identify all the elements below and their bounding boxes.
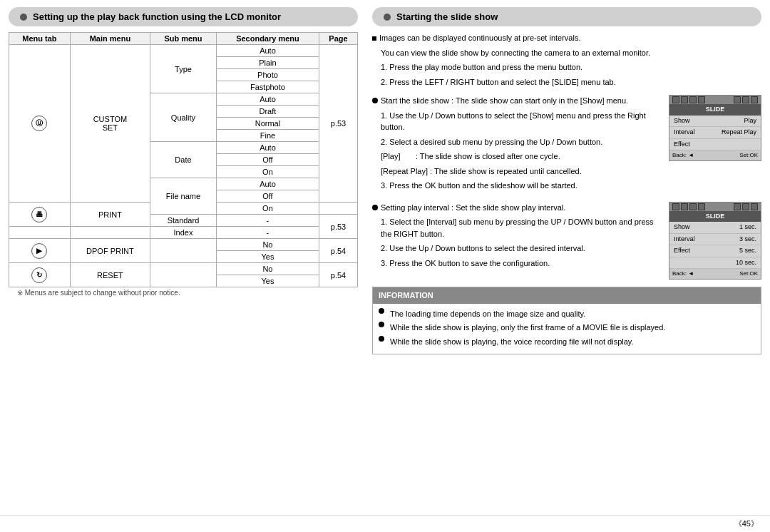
slide-ui-1-body: Show Play Interval Repeat Play Effect [669,116,761,151]
dpof-icon: ▶ [31,243,47,259]
secondary-fine: Fine [216,130,319,142]
slide-back-1: Back: ◄ [672,151,694,160]
table-row: ↻ RESET No p.54 [9,263,358,275]
secondary-off-2: Off [216,190,319,203]
page-dpof: p.54 [319,239,358,263]
ui-icon-prev [734,96,741,103]
slide-ui-1-header [669,96,761,104]
slide-back-2: Back: ◄ [672,270,694,278]
start-play-desc: [Play] : The slide show is closed after … [372,150,663,163]
info-item-3: While the slide show is playing, the voi… [379,336,755,349]
start-intro: Start the slide show : The slide show ca… [372,95,663,107]
icon-cell-print2 [9,227,71,239]
ui-icon-img2 [689,203,697,210]
information-body: The loading time depends on the image si… [373,304,761,354]
secondary-auto-1: Auto [216,45,319,57]
section-interval-row: Setting play interval : Set the slide sh… [372,202,761,280]
interval-step-3: 3. Press the OK button to save the confi… [372,257,663,270]
page-custom: p.53 [319,45,358,203]
intro-block: Images can be displayed continuously at … [372,32,761,88]
sub-dpof [150,239,217,263]
custom-icon: ⓤ [31,116,47,131]
menu-table: Menu tab Main menu Sub menu Secondary me… [9,32,358,287]
secondary-no-1: No [216,239,319,251]
slide-row-interval-1: Interval Repeat Play [669,127,761,139]
slide-value-effect-2: 5 sec. [739,246,756,256]
circle-bullet-1 [372,98,378,103]
left-panel: Setting up the play back function using … [9,7,358,508]
slide-label-effect-1: Effect [674,140,690,150]
slide-row-extra-2: 10 sec. [669,257,761,270]
sub-quality: Quality [150,93,217,142]
slide-ui-1: SLIDE Show Play Interval Repeat Play [669,95,761,161]
square-bullet-1 [372,36,376,41]
info-bullet-3 [379,336,384,342]
section-start: Start the slide show : The slide show ca… [372,95,761,195]
footnote: ※ Menus are subject to change without pr… [9,287,358,298]
secondary-yes-1: Yes [216,251,319,263]
slide-ui-1-title: SLIDE [669,104,761,116]
section-start-row: Start the slide show : The slide show ca… [372,95,761,195]
sub-index: Index [150,227,217,239]
secondary-draft: Draft [216,106,319,118]
secondary-on-1: On [216,166,319,178]
icon-cell-custom: ⓤ [9,45,71,203]
sub-date: Date [150,142,217,178]
slide-value-extra-2: 10 sec. [736,258,756,268]
secondary-fastphoto: Fastphoto [216,81,319,93]
table-row: Index - [9,227,358,239]
interval-intro: Setting play interval : Set the slide sh… [372,202,663,214]
start-repeat-desc: [Repeat Play] : The slide show is repeat… [372,165,663,178]
slide-label-interval-1: Interval [674,128,695,138]
slide-label-interval-2: Interval [674,235,695,245]
slide-row-show-2: Show 1 sec. [669,222,761,234]
col-secondary-menu: Secondary menu [216,33,319,45]
intro-line-1: Images can be displayed continuously at … [372,32,761,44]
interval-step-2: 2. Use the Up / Down buttons to select t… [372,242,663,255]
slide-ui-1-icons [672,96,705,103]
ui-icon-next [751,96,758,103]
slide-label-show-1: Show [674,116,690,126]
slide-value-interval-2: 3 sec. [739,235,756,245]
slide-ok-2: Set:OK [739,270,758,278]
info-item-2: While the slide show is playing, only th… [379,322,755,334]
section-interval-text: Setting play interval : Set the slide sh… [372,202,663,272]
slide-ui-1-footer: Back: ◄ Set:OK [669,150,761,160]
info-text-1: The loading time depends on the image si… [390,308,585,321]
secondary-auto-3: Auto [216,142,319,154]
secondary-dash-2: - [216,227,319,239]
slide-row-show-1: Show Play [669,116,761,128]
start-step-3: 3. Press the OK button and the slideshow… [372,180,663,192]
right-panel: Starting the slide show Images can be di… [372,7,761,508]
sub-reset [150,263,217,287]
ui-icon-vid2 [681,203,688,210]
slide-ui-2-footer: Back: ◄ Set:OK [669,269,761,279]
page-reset: p.54 [319,263,358,287]
main-reset: RESET [70,263,150,287]
interval-step-1: 1. Select the [Interval] sub menu by pre… [372,216,663,240]
sub-filename: File name [150,178,217,215]
slide-row-effect-1: Effect [669,139,761,151]
intro-step-1: 1. Press the play mode button and press … [372,61,761,73]
slide-ui-2-header [669,203,761,211]
info-item-1: The loading time depends on the image si… [379,308,755,321]
left-header-title: Setting up the play back function using … [33,11,281,22]
ui-icon-vid [681,96,688,103]
start-step-2: 2. Select a desired sub menu by pressing… [372,136,663,148]
section-start-text: Start the slide show : The slide show ca… [372,95,663,195]
info-bullet-2 [379,322,384,327]
left-section-header: Setting up the play back function using … [9,7,358,26]
slide-value-interval-1: Repeat Play [722,128,756,138]
slide-ok-1: Set:OK [739,151,758,160]
col-menu-tab: Menu tab [9,33,71,45]
table-row: ▶ DPOF PRINT No p.54 [9,239,358,251]
info-text-2: While the slide show is playing, only th… [390,322,665,334]
secondary-no-2: No [216,263,319,275]
info-bullet-1 [379,308,384,314]
page-number: 《45》 [734,519,759,528]
right-content: Images can be displayed continuously at … [372,32,761,354]
icon-cell-dpof: ▶ [9,239,71,263]
slide-ui-2-body: Show 1 sec. Interval 3 sec. Effect 5 sec… [669,222,761,269]
ui-icon-spk [698,96,705,103]
slide-value-show-2: 1 sec. [739,222,756,232]
